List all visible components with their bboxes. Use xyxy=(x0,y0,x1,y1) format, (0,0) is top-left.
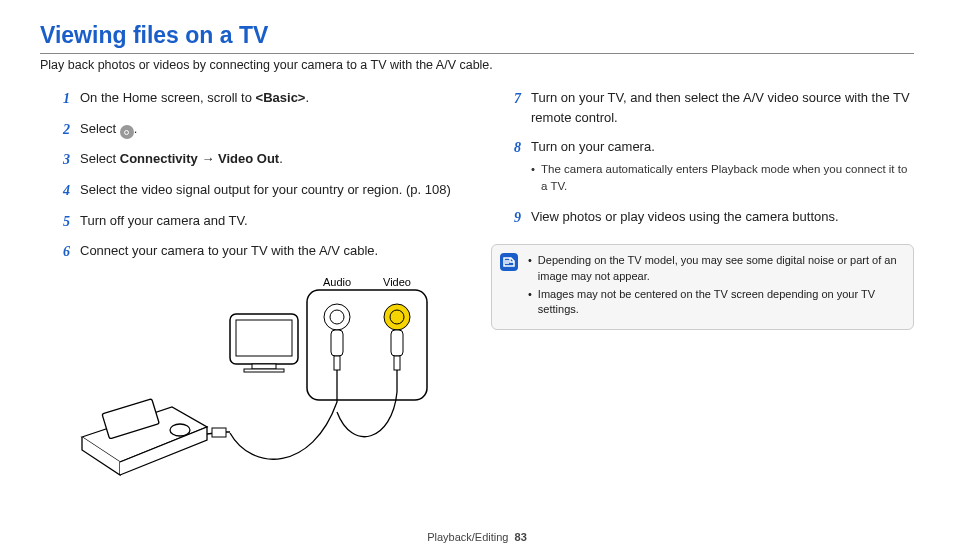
step: 4Select the video signal output for your… xyxy=(58,180,463,202)
step-number: 9 xyxy=(509,207,521,229)
page-footer: Playback/Editing 83 xyxy=(0,531,954,543)
page-title: Viewing files on a TV xyxy=(40,22,914,49)
step: 5Turn off your camera and TV. xyxy=(58,211,463,233)
step-subnote: The camera automatically enters Playback… xyxy=(531,161,914,193)
step: 2Select . xyxy=(58,119,463,141)
step-number: 1 xyxy=(58,88,70,110)
right-column: 7Turn on your TV, and then select the A/… xyxy=(491,88,914,486)
step: 6Connect your camera to your TV with the… xyxy=(58,241,463,263)
svg-rect-7 xyxy=(391,330,403,356)
step-text: Turn on your TV, and then select the A/V… xyxy=(531,88,914,128)
step-number: 2 xyxy=(58,119,70,141)
svg-point-4 xyxy=(390,310,404,324)
step-text: Connect your camera to your TV with the … xyxy=(80,241,463,261)
note-icon xyxy=(500,253,518,271)
step-text: Select the video signal output for your … xyxy=(80,180,463,200)
svg-rect-0 xyxy=(307,290,427,400)
step: 3Select Connectivity → Video Out. xyxy=(58,149,463,171)
svg-rect-6 xyxy=(334,356,340,370)
svg-rect-8 xyxy=(394,356,400,370)
svg-rect-5 xyxy=(331,330,343,356)
svg-rect-12 xyxy=(244,369,284,372)
svg-rect-10 xyxy=(236,320,292,356)
settings-target-icon xyxy=(120,125,134,139)
intro-text: Play back photos or videos by connecting… xyxy=(40,58,914,72)
step-number: 8 xyxy=(509,137,521,159)
left-column: 1On the Home screen, scroll to <Basic>.2… xyxy=(40,88,463,486)
step-number: 3 xyxy=(58,149,70,171)
step: 7Turn on your TV, and then select the A/… xyxy=(509,88,914,128)
step: 1On the Home screen, scroll to <Basic>. xyxy=(58,88,463,110)
svg-point-13 xyxy=(170,424,190,436)
step-number: 6 xyxy=(58,241,70,263)
step-text: Select Connectivity → Video Out. xyxy=(80,149,463,169)
note-box: Depending on the TV model, you may see s… xyxy=(491,244,914,330)
svg-rect-15 xyxy=(212,428,226,437)
step-text: Turn on your camera.The camera automatic… xyxy=(531,137,914,197)
step-text: Select . xyxy=(80,119,463,140)
label-video: Video xyxy=(383,276,411,288)
note-item: Images may not be centered on the TV scr… xyxy=(528,287,901,318)
step-text: View photos or play videos using the cam… xyxy=(531,207,914,227)
step: 8Turn on your camera.The camera automati… xyxy=(509,137,914,197)
step-text: On the Home screen, scroll to <Basic>. xyxy=(80,88,463,108)
title-rule xyxy=(40,53,914,54)
step-number: 7 xyxy=(509,88,521,110)
step-number: 5 xyxy=(58,211,70,233)
step-text: Turn off your camera and TV. xyxy=(80,211,463,231)
footer-section: Playback/Editing xyxy=(427,531,508,543)
svg-point-2 xyxy=(330,310,344,324)
step-number: 4 xyxy=(58,180,70,202)
note-item: Depending on the TV model, you may see s… xyxy=(528,253,901,284)
label-audio: Audio xyxy=(322,276,350,288)
svg-rect-11 xyxy=(252,364,276,369)
connection-diagram: Audio Video xyxy=(40,272,463,486)
footer-page: 83 xyxy=(515,531,527,543)
step: 9View photos or play videos using the ca… xyxy=(509,207,914,229)
